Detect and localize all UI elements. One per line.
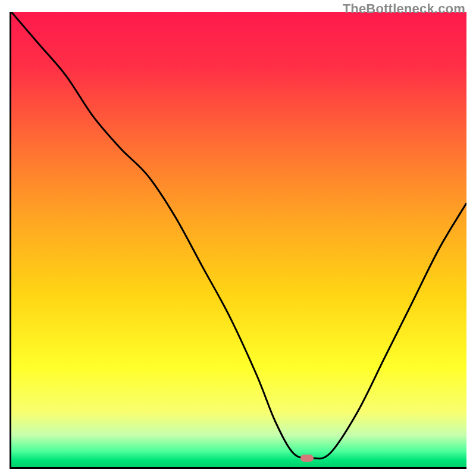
bottleneck-curve [11,12,466,459]
watermark-text: TheBottleneck.com [343,1,465,17]
curve-layer [11,12,466,467]
optimum-marker [300,455,314,462]
plot-area [10,12,466,469]
